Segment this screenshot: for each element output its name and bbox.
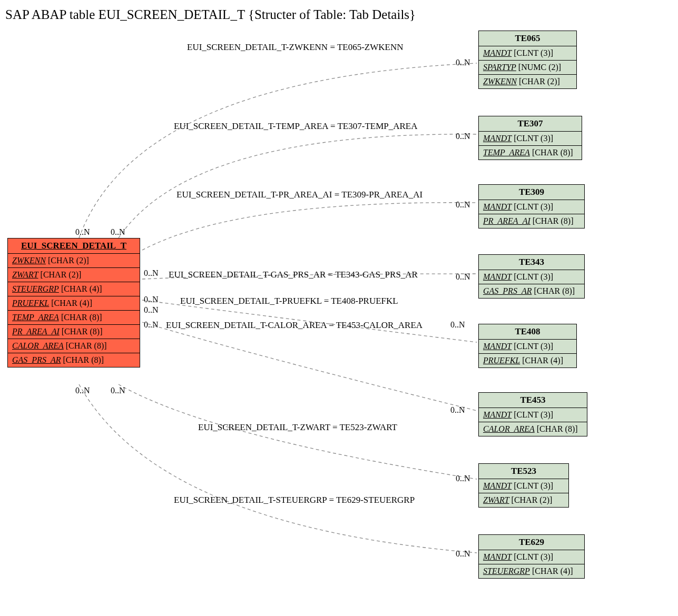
cardinality-label: 0..N [456,58,470,67]
entity-field: MANDT [CLNT (3)] [479,340,576,354]
entity-field: ZWKENN [CHAR (2)] [8,254,140,268]
entity-field: MANDT [CLNT (3)] [479,270,584,284]
relation-label: EUI_SCREEN_DETAIL_T-ZWART = TE523-ZWART [198,422,397,433]
cardinality-label: 0..N [144,295,159,304]
entity-field: TEMP_AREA [CHAR (8)] [8,311,140,325]
cardinality-label: 0..N [75,386,90,395]
entity-field: ZWART [CHAR (2)] [8,268,140,282]
cardinality-label: 0..N [456,549,470,559]
relation-label: EUI_SCREEN_DETAIL_T-STEUERGRP = TE629-ST… [174,495,415,505]
entity-field: PRUEFKL [CHAR (4)] [479,354,576,367]
entity-te065: TE065 MANDT [CLNT (3)] SPARTYP [NUMC (2)… [478,31,577,89]
entity-te309: TE309 MANDT [CLNT (3)] PR_AREA_AI [CHAR … [478,184,585,228]
entity-main-header: EUI_SCREEN_DETAIL_T [8,239,140,254]
entity-field: MANDT [CLNT (3)] [479,200,584,214]
entity-field: MANDT [CLNT (3)] [479,46,576,61]
entity-field: CALOR_AREA [CHAR (8)] [479,422,587,436]
cardinality-label: 0..N [111,227,125,237]
entity-field: GAS_PRS_AR [CHAR (8)] [8,353,140,367]
entity-field: TEMP_AREA [CHAR (8)] [479,146,582,160]
cardinality-label: 0..N [75,227,90,237]
entity-te408: TE408 MANDT [CLNT (3)] PRUEFKL [CHAR (4)… [478,324,577,368]
entity-te343: TE343 MANDT [CLNT (3)] GAS_PRS_AR [CHAR … [478,254,585,299]
entity-field: MANDT [CLNT (3)] [479,408,587,422]
page-title: SAP ABAP table EUI_SCREEN_DETAIL_T {Stru… [5,7,416,22]
entity-field: MANDT [CLNT (3)] [479,479,568,493]
relation-label: EUI_SCREEN_DETAIL_T-CALOR_AREA = TE453-C… [166,320,422,331]
entity-te523: TE523 MANDT [CLNT (3)] ZWART [CHAR (2)] [478,463,569,508]
cardinality-label: 0..N [144,305,159,315]
entity-header: TE629 [479,535,584,550]
relation-label: EUI_SCREEN_DETAIL_T-PRUEFKL = TE408-PRUE… [180,296,398,306]
entity-te453: TE453 MANDT [CLNT (3)] CALOR_AREA [CHAR … [478,392,587,436]
relation-label: EUI_SCREEN_DETAIL_T-GAS_PRS_AR = TE343-G… [169,270,418,280]
entity-te629: TE629 MANDT [CLNT (3)] STEUERGRP [CHAR (… [478,534,585,579]
cardinality-label: 0..N [450,405,465,415]
entity-field: CALOR_AREA [CHAR (8)] [8,339,140,353]
entity-field: ZWART [CHAR (2)] [479,493,568,507]
cardinality-label: 0..N [456,200,470,210]
entity-header: TE343 [479,255,584,270]
entity-field: MANDT [CLNT (3)] [479,132,582,146]
relation-label: EUI_SCREEN_DETAIL_T-TEMP_AREA = TE307-TE… [174,121,418,132]
cardinality-label: 0..N [456,272,470,282]
entity-header: TE523 [479,464,568,479]
entity-header: TE408 [479,324,576,340]
entity-field: PR_AREA_AI [CHAR (8)] [8,325,140,339]
entity-field: ZWKENN [CHAR (2)] [479,75,576,88]
entity-field: PR_AREA_AI [CHAR (8)] [479,214,584,228]
cardinality-label: 0..N [144,320,159,330]
entity-field: SPARTYP [NUMC (2)] [479,61,576,75]
entity-field: STEUERGRP [CHAR (4)] [8,282,140,296]
cardinality-label: 0..N [111,386,125,395]
entity-header: TE307 [479,116,582,132]
relation-label: EUI_SCREEN_DETAIL_T-ZWKENN = TE065-ZWKEN… [187,42,404,53]
entity-field: STEUERGRP [CHAR (4)] [479,564,584,578]
entity-field: PRUEFKL [CHAR (4)] [8,296,140,311]
entity-header: TE065 [479,31,576,46]
entity-main: EUI_SCREEN_DETAIL_T ZWKENN [CHAR (2)] ZW… [7,238,140,367]
entity-te307: TE307 MANDT [CLNT (3)] TEMP_AREA [CHAR (… [478,116,582,160]
cardinality-label: 0..N [456,474,470,483]
cardinality-label: 0..N [450,320,465,330]
entity-header: TE453 [479,393,587,408]
entity-field: GAS_PRS_AR [CHAR (8)] [479,284,584,298]
cardinality-label: 0..N [456,132,470,141]
relation-label: EUI_SCREEN_DETAIL_T-PR_AREA_AI = TE309-P… [176,190,422,200]
entity-header: TE309 [479,185,584,200]
entity-field: MANDT [CLNT (3)] [479,550,584,564]
cardinality-label: 0..N [144,269,159,278]
